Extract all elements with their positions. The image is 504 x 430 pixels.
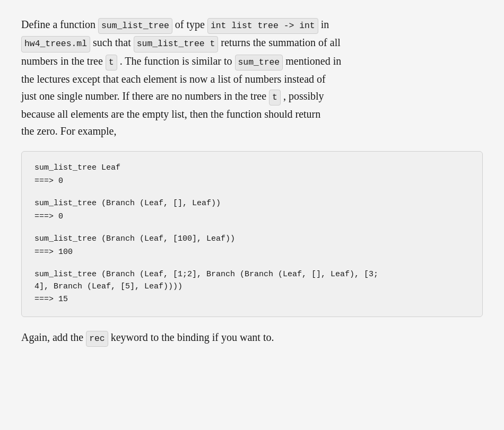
sum-tree-badge: sum_tree [235,55,283,71]
type-sig-badge: int list tree -> int [207,18,318,34]
t-var2-badge: t [269,90,281,106]
file-name-badge: hw4_trees.ml [21,36,90,52]
empty-list-text: because all elements are the empty list,… [21,108,320,120]
bottom-text: Again, add the rec keyword to the bindin… [21,329,483,347]
example-1-input: sum_list_tree Leaf [34,162,470,174]
example-3-output: ===> 100 [34,247,470,259]
again-add-the-text: Again, add the [21,331,83,343]
example-2: sum_list_tree (Branch (Leaf, [], Leaf)) … [34,198,470,223]
example-4: sum_list_tree (Branch (Leaf, [1;2], Bran… [34,269,470,306]
func-call-badge: sum_list_tree t [134,36,219,52]
rec-keyword-badge: rec [86,331,108,347]
keyword-binding-text: keyword to the binding if you want to. [111,331,274,343]
define-a-function: Define a function [21,19,95,30]
example-3-input: sum_list_tree (Branch (Leaf, [100], Leaf… [34,233,470,245]
zero-text: the zero. For example, [21,125,116,137]
t-var-badge: t [106,55,117,71]
single-number-text: just one single number. If there are no … [21,90,266,102]
example-2-input: sum_list_tree (Branch (Leaf, [], Leaf)) [34,198,470,210]
example-1-output: ===> 0 [34,175,470,188]
in-text: in [321,19,329,30]
example-2-output: ===> 0 [34,211,470,223]
numbers-in-tree-text: numbers in the tree [21,55,106,67]
similar-to-text: . The function is similar to [120,55,235,67]
example-4-output: ===> 15 [34,294,470,306]
lectures-text: the lectures except that each element is… [21,73,326,85]
of-type-text: of type [175,19,207,30]
mentioned-in-text: mentioned in [285,55,341,67]
example-4-input-line1: sum_list_tree (Branch (Leaf, [1;2], Bran… [34,269,470,281]
func-name-badge: sum_list_tree [98,18,172,34]
such-that-text: such that [93,37,134,48]
description-text: Define a function sum_list_tree of type … [21,16,483,139]
example-1: sum_list_tree Leaf ===> 0 [34,162,470,187]
example-3: sum_list_tree (Branch (Leaf, [100], Leaf… [34,233,470,258]
possibly-text: , possibly [283,90,324,102]
code-block: sum_list_tree Leaf ===> 0 sum_list_tree … [21,151,483,317]
example-4-input-line2: 4], Branch (Leaf, [5], Leaf)))) [34,281,470,293]
returns-text: returns the summation of all [221,37,341,48]
